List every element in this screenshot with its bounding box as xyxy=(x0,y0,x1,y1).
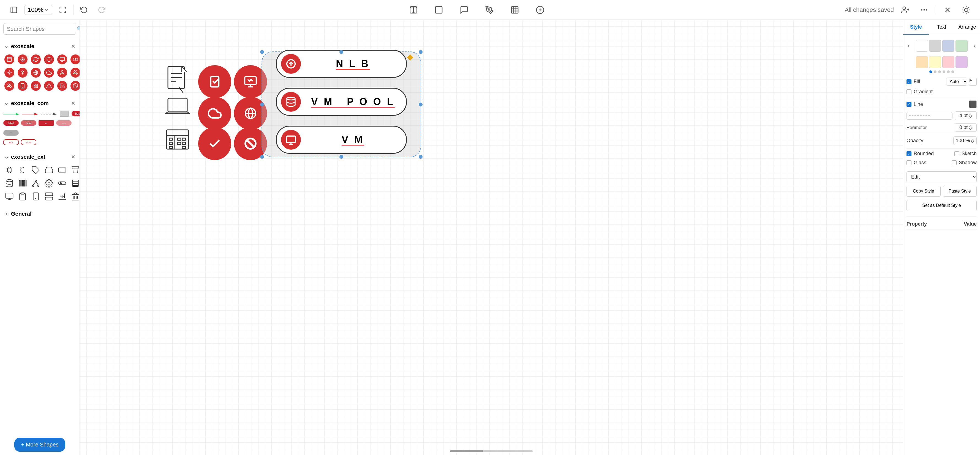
exoscale-com-badge-5[interactable]: --- xyxy=(3,130,19,137)
sketch-checkbox[interactable] xyxy=(955,151,959,156)
connector-item-red[interactable] xyxy=(22,111,38,117)
connector-item-rect[interactable] xyxy=(59,110,69,118)
swatch-lblue[interactable] xyxy=(942,40,955,52)
ext-icon-gear[interactable] xyxy=(43,177,55,189)
perimeter-down[interactable] xyxy=(969,128,972,130)
copy-style-button[interactable]: Copy Style xyxy=(907,185,941,197)
settings-button[interactable] xyxy=(940,3,955,17)
dot-6[interactable] xyxy=(951,70,954,73)
glass-checkbox[interactable] xyxy=(907,160,912,165)
section-close-exoscale-com[interactable]: ✕ xyxy=(71,100,75,106)
icon-item[interactable] xyxy=(30,53,42,65)
handle-tl[interactable] xyxy=(260,50,264,54)
opacity-up[interactable] xyxy=(971,139,974,141)
exoscale-com-badge-3[interactable]: --- xyxy=(38,120,54,127)
icon-item[interactable] xyxy=(30,67,42,79)
redo-button[interactable] xyxy=(94,3,109,17)
ext-icon-db[interactable] xyxy=(3,177,16,189)
search-icon[interactable]: 🔍 xyxy=(76,25,80,32)
icon-item[interactable] xyxy=(43,67,55,79)
icon-item[interactable]: 192 xyxy=(69,53,80,65)
exoscale-com-badge-1[interactable]: label xyxy=(3,120,19,127)
section-close-exoscale-ext[interactable]: ✕ xyxy=(71,154,75,160)
line-width-up[interactable] xyxy=(969,114,972,116)
opacity-down[interactable] xyxy=(971,141,974,143)
vmpool-shape[interactable]: V M P O O L xyxy=(276,88,407,116)
canvas-icon-circle-cloud[interactable] xyxy=(198,97,231,130)
line-checkbox[interactable]: ✓ xyxy=(907,102,912,107)
group-container[interactable]: N L B V M P O O L xyxy=(261,51,421,157)
rounded-checkbox[interactable]: ✓ xyxy=(907,151,912,156)
horizontal-scrollbar[interactable] xyxy=(450,450,533,452)
handle-bl[interactable] xyxy=(260,155,264,159)
tab-arrange[interactable]: Arrange xyxy=(955,20,980,35)
icon-item[interactable] xyxy=(56,80,68,92)
text-tool-button[interactable] xyxy=(406,3,421,17)
undo-button[interactable] xyxy=(77,3,91,17)
connector-item-dashed[interactable] xyxy=(41,111,57,117)
canvas-icon-document[interactable] xyxy=(165,65,190,95)
canvas-area[interactable]: N L B V M P O O L xyxy=(80,20,903,455)
ext-icon-hdd[interactable] xyxy=(43,164,55,176)
ext-icon-circuit[interactable] xyxy=(16,164,29,176)
ext-icon-factory[interactable] xyxy=(56,190,68,203)
ext-icon-ssd[interactable] xyxy=(56,164,68,176)
handle-tr[interactable] xyxy=(419,50,423,54)
more-shapes-button[interactable]: + More Shapes xyxy=(14,438,65,452)
section-header-exoscale-com[interactable]: exoscale_com ✕ xyxy=(0,97,80,109)
ext-icon-network[interactable] xyxy=(30,177,42,189)
canvas-icon-phone-system[interactable] xyxy=(165,127,190,152)
dot-4[interactable] xyxy=(943,70,945,73)
canvas-icon-laptop[interactable] xyxy=(165,97,190,119)
icon-item[interactable] xyxy=(69,67,80,79)
icon-item[interactable] xyxy=(56,53,68,65)
icon-item[interactable] xyxy=(3,80,16,92)
dot-3[interactable] xyxy=(938,70,941,73)
ext-icon-switch[interactable] xyxy=(56,177,68,189)
icon-item[interactable] xyxy=(16,53,29,65)
paste-style-button[interactable]: Paste Style xyxy=(943,185,977,197)
exoscale-com-pill-2[interactable]: SOS xyxy=(21,139,37,147)
zoom-control[interactable]: 100% xyxy=(24,5,52,15)
swatch-lyellow[interactable] xyxy=(929,56,941,68)
section-header-exoscale[interactable]: exoscale ✕ xyxy=(0,40,80,52)
icon-item[interactable] xyxy=(16,67,29,79)
ext-icon-tag[interactable] xyxy=(30,164,42,176)
handle-ml[interactable] xyxy=(260,103,264,106)
icon-item[interactable] xyxy=(69,80,80,92)
icon-item[interactable] xyxy=(43,80,55,92)
ext-icon-phone[interactable] xyxy=(30,190,42,203)
swatch-lpink[interactable] xyxy=(942,56,955,68)
ext-icon-desktop[interactable] xyxy=(3,190,16,203)
ext-icon-chip[interactable] xyxy=(3,164,16,176)
exoscale-com-badge-2[interactable]: label xyxy=(21,120,37,127)
line-color-preview[interactable] xyxy=(969,100,977,108)
theme-button[interactable] xyxy=(959,3,974,17)
set-default-style-button[interactable]: Set as Default Style xyxy=(907,200,977,211)
swatch-white[interactable] xyxy=(916,40,928,52)
icon-item[interactable] xyxy=(30,80,42,92)
swatch-lgray[interactable] xyxy=(929,40,941,52)
add-user-button[interactable] xyxy=(898,3,913,17)
fit-page-button[interactable] xyxy=(56,3,70,17)
dot-5[interactable] xyxy=(947,70,950,73)
canvas-icon-circle-check-2[interactable] xyxy=(198,127,231,160)
search-input[interactable] xyxy=(7,26,76,32)
line-style-select[interactable] xyxy=(907,112,953,120)
more-button[interactable] xyxy=(917,3,931,17)
icon-item[interactable] xyxy=(43,53,55,65)
ext-icon-server-alt[interactable] xyxy=(43,190,55,203)
add-tool-button[interactable] xyxy=(533,3,547,17)
connector-item-badge[interactable]: badge xyxy=(72,110,80,118)
icon-item[interactable] xyxy=(56,67,68,79)
section-close-exoscale[interactable]: ✕ xyxy=(71,43,75,49)
note-tool-button[interactable] xyxy=(457,3,471,17)
dot-1[interactable] xyxy=(929,70,932,73)
shadow-checkbox[interactable] xyxy=(951,160,956,165)
icon-item[interactable] xyxy=(3,67,16,79)
icon-item[interactable] xyxy=(3,53,16,65)
gradient-checkbox[interactable] xyxy=(907,89,912,94)
ext-icon-bank[interactable] xyxy=(69,190,80,203)
draw-tool-button[interactable] xyxy=(482,3,496,17)
line-width-down[interactable] xyxy=(969,116,972,118)
